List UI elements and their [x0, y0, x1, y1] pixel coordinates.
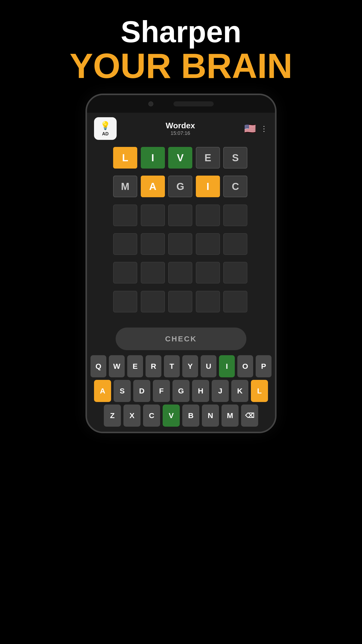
key-D[interactable]: D — [133, 380, 150, 402]
grid-row-1: MAGIC — [113, 176, 249, 202]
phone-frame: 💡 AD Wordex 15:07:16 🇺🇸 ⋮ LIVESMAGIC CHE… — [85, 94, 277, 433]
keyboard: QWERTYUIOPASDFGHJKLZXCVBNM⌫ — [87, 355, 275, 432]
key-Y[interactable]: Y — [182, 355, 198, 377]
key-U[interactable]: U — [201, 355, 216, 377]
grid-cell-5-2 — [168, 291, 192, 312]
header-section: Sharpen YOUR BRAIN — [70, 0, 293, 94]
check-label: CHECK — [165, 335, 197, 343]
grid-cell-5-1 — [141, 291, 165, 312]
grid-row-4 — [113, 262, 249, 289]
grid-cell-1-4: C — [223, 176, 247, 197]
phone-speaker — [173, 101, 214, 106]
key-I[interactable]: I — [219, 355, 235, 377]
key-Q[interactable]: Q — [90, 355, 106, 377]
grid-cell-4-3 — [196, 262, 220, 284]
keyboard-row-1: ASDFGHJKL — [90, 380, 272, 402]
grid-cell-3-1 — [141, 233, 165, 255]
grid-cell-5-3 — [196, 291, 220, 312]
key-H[interactable]: H — [192, 380, 209, 402]
key-⌫[interactable]: ⌫ — [241, 405, 258, 427]
grid-cell-4-2 — [168, 262, 192, 284]
key-S[interactable]: S — [114, 380, 131, 402]
key-X[interactable]: X — [123, 405, 141, 427]
key-C[interactable]: C — [143, 405, 160, 427]
key-K[interactable]: K — [231, 380, 248, 402]
key-A[interactable]: A — [94, 380, 111, 402]
key-O[interactable]: O — [237, 355, 253, 377]
key-V[interactable]: V — [163, 405, 180, 427]
header-sharpen-text: Sharpen — [70, 15, 293, 48]
app-header-right: 🇺🇸 ⋮ — [244, 123, 268, 134]
grid-cell-2-3 — [196, 205, 220, 226]
app-title: Wordex — [166, 121, 195, 130]
grid-cell-3-3 — [196, 233, 220, 255]
keyboard-row-2: ZXCVBNM⌫ — [90, 405, 272, 427]
grid-cell-4-1 — [141, 262, 165, 284]
key-F[interactable]: F — [153, 380, 170, 402]
grid-cell-5-4 — [223, 291, 247, 312]
game-grid: LIVESMAGIC — [113, 144, 249, 320]
grid-cell-2-4 — [223, 205, 247, 226]
key-Z[interactable]: Z — [104, 405, 121, 427]
key-J[interactable]: J — [212, 380, 229, 402]
header-brain-text: YOUR BRAIN — [70, 48, 293, 84]
grid-cell-2-0 — [113, 205, 137, 226]
grid-cell-4-0 — [113, 262, 137, 284]
grid-cell-0-2: V — [168, 147, 192, 169]
grid-cell-0-0: L — [113, 147, 137, 169]
grid-cell-2-2 — [168, 205, 192, 226]
key-G[interactable]: G — [172, 380, 190, 402]
bulb-icon: 💡 — [100, 121, 110, 130]
grid-cell-4-4 — [223, 262, 247, 284]
ad-badge[interactable]: 💡 AD — [94, 117, 117, 140]
phone-camera — [148, 101, 153, 106]
grid-cell-1-0: M — [113, 176, 137, 197]
grid-cell-1-2: G — [168, 176, 192, 197]
grid-cell-3-0 — [113, 233, 137, 255]
grid-cell-3-4 — [223, 233, 247, 255]
check-button[interactable]: CHECK — [116, 328, 246, 350]
app-title-section: Wordex 15:07:16 — [166, 121, 195, 136]
key-M[interactable]: M — [221, 405, 239, 427]
grid-cell-2-1 — [141, 205, 165, 226]
grid-row-0: LIVES — [113, 147, 249, 174]
grid-cell-1-3: I — [196, 176, 220, 197]
key-P[interactable]: P — [256, 355, 272, 377]
menu-button[interactable]: ⋮ — [260, 125, 268, 133]
flag-icon[interactable]: 🇺🇸 — [244, 123, 256, 134]
key-W[interactable]: W — [109, 355, 125, 377]
ad-text: AD — [102, 131, 109, 137]
keyboard-row-0: QWERTYUIOP — [90, 355, 272, 377]
grid-row-3 — [113, 233, 249, 260]
grid-row-2 — [113, 205, 249, 231]
key-B[interactable]: B — [182, 405, 199, 427]
grid-cell-0-1: I — [141, 147, 165, 169]
grid-cell-0-3: E — [196, 147, 220, 169]
app-header: 💡 AD Wordex 15:07:16 🇺🇸 ⋮ — [87, 113, 275, 144]
phone-top-bar — [87, 95, 275, 113]
phone-screen: 💡 AD Wordex 15:07:16 🇺🇸 ⋮ LIVESMAGIC CHE… — [87, 113, 275, 432]
grid-cell-3-2 — [168, 233, 192, 255]
key-N[interactable]: N — [202, 405, 219, 427]
key-E[interactable]: E — [127, 355, 143, 377]
key-R[interactable]: R — [146, 355, 161, 377]
grid-cell-5-0 — [113, 291, 137, 312]
grid-cell-1-1: A — [141, 176, 165, 197]
key-T[interactable]: T — [164, 355, 180, 377]
grid-cell-0-4: S — [223, 147, 247, 169]
grid-row-5 — [113, 291, 249, 317]
app-timer: 15:07:16 — [166, 130, 195, 136]
key-L[interactable]: L — [251, 380, 268, 402]
